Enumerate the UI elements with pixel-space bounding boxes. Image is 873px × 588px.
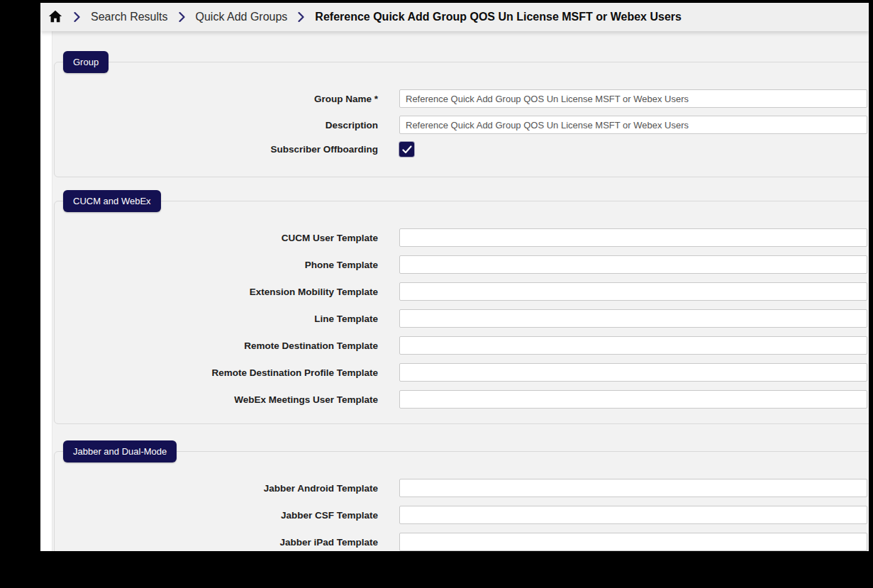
field-label: WebEx Meetings User Template [55, 394, 378, 405]
form-row: CUCM User Template [55, 228, 869, 247]
field-label: Jabber CSF Template [55, 510, 378, 521]
field-label: Description [55, 120, 378, 131]
text-input[interactable] [399, 479, 867, 497]
text-input[interactable] [399, 390, 867, 409]
text-input[interactable] [399, 309, 867, 328]
form-row: Description [55, 116, 869, 134]
text-input[interactable] [399, 228, 867, 247]
breadcrumb-separator-icon [298, 12, 304, 22]
form-row: Jabber Android Template [55, 479, 869, 497]
text-input[interactable] [399, 506, 867, 524]
section-legend: Group [63, 51, 109, 73]
section-rows: Group Name * Description Subscriber Offb… [55, 62, 869, 157]
field-label: Jabber Android Template [55, 483, 378, 494]
field-label: Phone Template [55, 260, 378, 270]
app-window: Search Results Quick Add Groups Referenc… [40, 3, 869, 551]
form-row: Phone Template [55, 255, 869, 274]
breadcrumb-separator-icon [179, 12, 185, 22]
form-section: Group Group Name * Description Subscribe… [54, 62, 869, 177]
section-legend: Jabber and Dual-Mode [63, 440, 177, 462]
checkbox[interactable] [399, 142, 414, 157]
text-input[interactable] [399, 363, 867, 382]
left-gutter [40, 31, 52, 551]
form-section: Jabber and Dual-Mode Jabber Android Temp… [54, 451, 869, 551]
field-label: Extension Mobility Template [55, 287, 378, 297]
section-rows: CUCM User Template Phone Template Extens… [55, 201, 869, 409]
form-row: Jabber iPad Template [55, 533, 869, 551]
form-row: Remote Destination Template [55, 336, 869, 355]
form-row: Line Template [55, 309, 869, 328]
field-label: Jabber iPad Template [55, 537, 378, 548]
breadcrumb-item-current: Reference Quick Add Group QOS Un License… [315, 11, 682, 23]
text-input[interactable] [399, 336, 867, 355]
section-legend: CUCM and WebEx [63, 190, 161, 212]
text-input[interactable] [399, 533, 867, 551]
home-icon[interactable] [48, 9, 63, 25]
breadcrumb-item[interactable]: Quick Add Groups [196, 11, 288, 23]
form-section: CUCM and WebEx CUCM User Template Phone … [54, 201, 869, 424]
breadcrumb: Search Results Quick Add Groups Referenc… [40, 3, 869, 31]
form-area: Group Group Name * Description Subscribe… [52, 31, 869, 551]
text-input[interactable] [399, 255, 867, 274]
form-row: Extension Mobility Template [55, 282, 869, 301]
field-label: Remote Destination Profile Template [55, 367, 378, 378]
form-row: WebEx Meetings User Template [55, 390, 869, 409]
text-input[interactable] [399, 89, 867, 108]
text-input[interactable] [399, 282, 867, 301]
field-label: CUCM User Template [55, 233, 378, 243]
page-body: Group Group Name * Description Subscribe… [40, 31, 869, 551]
field-label: Group Name * [55, 94, 378, 104]
section-rows: Jabber Android Template Jabber CSF Templ… [55, 452, 869, 551]
breadcrumb-item[interactable]: Search Results [91, 11, 168, 23]
field-label: Remote Destination Template [55, 340, 378, 351]
form-row: Jabber CSF Template [55, 506, 869, 524]
field-label: Subscriber Offboarding [55, 144, 378, 155]
form-row: Remote Destination Profile Template [55, 363, 869, 382]
text-input[interactable] [399, 116, 867, 134]
form-row: Group Name * [55, 89, 869, 108]
breadcrumb-separator-icon [74, 12, 80, 22]
form-row: Subscriber Offboarding [55, 142, 869, 157]
field-label: Line Template [55, 314, 378, 324]
check-icon [402, 145, 412, 154]
